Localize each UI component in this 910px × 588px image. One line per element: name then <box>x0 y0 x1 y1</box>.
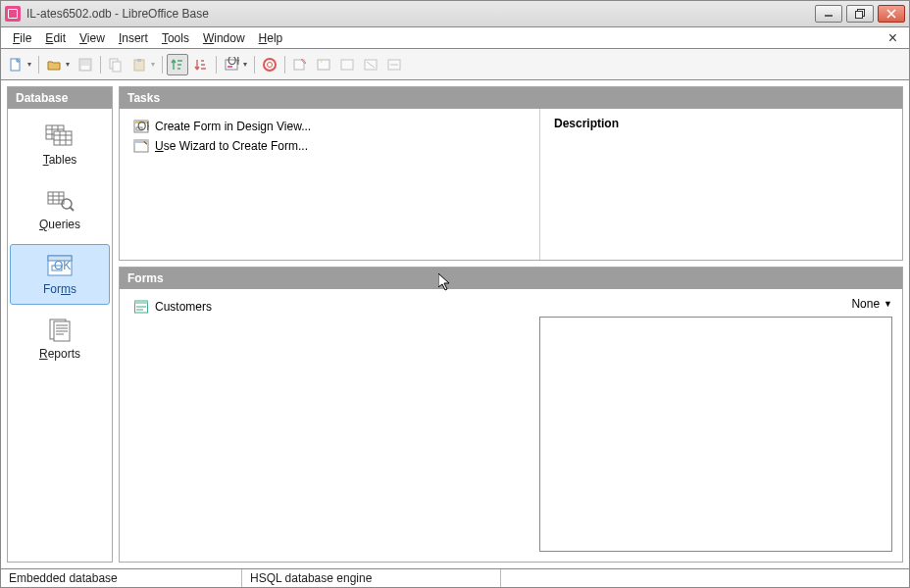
menubar: File Edit View Insert Tools Window Help … <box>0 27 910 49</box>
status-empty <box>501 569 909 587</box>
tasks-panel: Tasks OK Create Form in Design View... U… <box>119 86 903 261</box>
preview-mode-label: None <box>851 297 880 311</box>
task-use-wizard[interactable]: Use Wizard to Create Form... <box>133 138 526 154</box>
sidebar-item-label: Tables <box>43 153 77 167</box>
sidebar-item-reports[interactable]: Reports <box>10 309 110 369</box>
sort-desc-button[interactable] <box>190 54 212 75</box>
forms-panel: Forms Customers None ▼ <box>119 267 903 563</box>
tasks-description: Description <box>539 109 902 260</box>
toolbar-separator <box>98 54 103 75</box>
status-engine: HSQL database engine <box>242 569 501 587</box>
copy-button[interactable] <box>105 54 126 75</box>
svg-text:OK: OK <box>137 120 149 133</box>
database-panel-header: Database <box>8 87 112 109</box>
toolbar: OK <box>0 49 910 80</box>
form-wizard-icon <box>133 138 149 154</box>
sidebar-item-label: Reports <box>39 347 80 361</box>
app-icon <box>5 6 21 22</box>
open-button[interactable] <box>43 54 73 75</box>
help-button[interactable] <box>259 54 280 75</box>
task-label: Create Form in Design View... <box>155 120 311 133</box>
tasks-list: OK Create Form in Design View... Use Wiz… <box>120 109 539 260</box>
sort-asc-button[interactable] <box>167 54 188 75</box>
forms-panel-header: Forms <box>120 268 902 289</box>
menu-file[interactable]: File <box>7 29 37 47</box>
toolbar-separator <box>252 54 257 75</box>
rename-form-button[interactable] <box>383 54 405 75</box>
svg-point-14 <box>268 62 273 67</box>
main-area: Database Tables Queries OK Forms Reports <box>0 80 910 568</box>
svg-rect-27 <box>54 131 72 145</box>
svg-text:OK: OK <box>228 57 239 68</box>
save-button[interactable] <box>75 54 96 75</box>
svg-rect-16 <box>318 60 329 70</box>
description-label: Description <box>554 117 888 130</box>
preview-mode-dropdown[interactable]: None ▼ <box>851 297 892 311</box>
menu-edit[interactable]: Edit <box>39 29 72 47</box>
svg-rect-9 <box>137 59 141 62</box>
delete-form-button[interactable] <box>360 54 381 75</box>
sidebar-item-label: Forms <box>43 282 76 296</box>
form-design-icon: OK <box>133 119 149 134</box>
sidebar-item-queries[interactable]: Queries <box>10 179 110 240</box>
menu-tools[interactable]: Tools <box>156 29 195 47</box>
menu-insert[interactable]: Insert <box>113 29 154 47</box>
reports-icon <box>44 318 76 343</box>
sidebar-item-label: Queries <box>39 218 80 231</box>
toolbar-separator <box>214 54 219 75</box>
svg-line-38 <box>70 207 74 211</box>
form-preview-area <box>539 317 892 552</box>
form-item-label: Customers <box>155 300 212 314</box>
sidebar-item-tables[interactable]: Tables <box>10 115 110 175</box>
forms-list: Customers <box>120 289 530 562</box>
tasks-panel-header: Tasks <box>120 87 902 109</box>
toolbar-separator <box>282 54 287 75</box>
task-label: Use Wizard to Create Form... <box>155 139 308 153</box>
new-button[interactable] <box>5 54 34 75</box>
paste-button[interactable] <box>128 54 158 75</box>
svg-rect-17 <box>341 60 353 70</box>
svg-rect-2 <box>856 12 863 19</box>
form-icon <box>133 299 149 315</box>
svg-rect-7 <box>113 62 121 72</box>
svg-text:OK: OK <box>54 259 71 272</box>
menu-help[interactable]: Help <box>253 29 289 47</box>
minimize-button[interactable] <box>815 5 842 23</box>
svg-rect-5 <box>81 66 89 70</box>
document-close-button[interactable]: × <box>883 29 903 47</box>
database-panel: Database Tables Queries OK Forms Reports <box>7 86 113 563</box>
queries-icon <box>44 188 76 214</box>
toolbar-separator <box>36 54 41 75</box>
new-form-design-button[interactable] <box>289 54 311 75</box>
svg-rect-56 <box>135 301 148 304</box>
status-db-type: Embedded database <box>1 569 242 587</box>
form-button[interactable]: OK <box>221 54 250 75</box>
edit-form-button[interactable] <box>336 54 358 75</box>
menu-window[interactable]: Window <box>197 29 251 47</box>
tables-icon <box>44 123 76 149</box>
task-create-form-design[interactable]: OK Create Form in Design View... <box>133 119 526 134</box>
titlebar: IL-ates6502.odb - LibreOffice Base <box>0 0 910 27</box>
new-form-wizard-button[interactable] <box>313 54 334 75</box>
chevron-down-icon: ▼ <box>884 299 892 309</box>
toolbar-separator <box>160 54 165 75</box>
menu-view[interactable]: View <box>74 29 111 47</box>
window-title: IL-ates6502.odb - LibreOffice Base <box>26 7 815 21</box>
forms-icon: OK <box>44 253 76 278</box>
close-button[interactable] <box>878 5 905 23</box>
form-item-customers[interactable]: Customers <box>133 299 516 315</box>
sidebar-item-forms[interactable]: OK Forms <box>10 244 110 305</box>
maximize-button[interactable] <box>846 5 874 23</box>
statusbar: Embedded database HSQL database engine <box>0 568 910 588</box>
